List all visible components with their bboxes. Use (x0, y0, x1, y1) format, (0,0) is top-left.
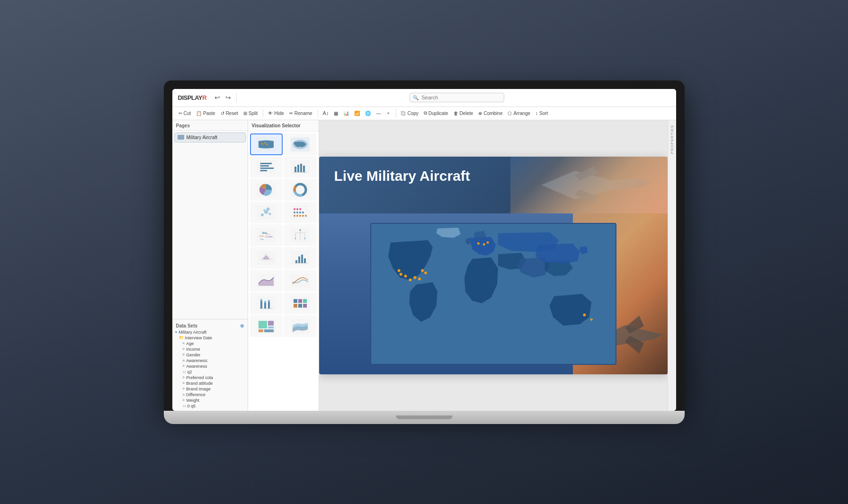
redo-button[interactable]: ↪ (223, 93, 233, 102)
viz-item-heatmap[interactable] (284, 292, 317, 314)
dataset-awareness-label[interactable]: a Awareness: (174, 358, 246, 363)
bar-h-preview (257, 159, 276, 176)
format-icons-group: A↕ ▦ 📊 📶 🌐 (321, 109, 397, 117)
viz-item-stream[interactable] (284, 315, 317, 337)
svg-point-1 (262, 143, 263, 144)
field-icon-income: ≡ (183, 347, 185, 351)
app-logo: DISPLAYR (178, 94, 207, 101)
viz-item-stacked-bar[interactable] (250, 292, 283, 314)
dataset-tree: ● Military Aircraft 📁 Interview Date ≡ A… (174, 329, 246, 409)
svg-rect-74 (264, 301, 266, 303)
viz-item-scatter[interactable] (250, 202, 283, 223)
dataset-weight[interactable]: ≡ Weight (174, 398, 246, 403)
viz-selector-title: Visualization Selector (248, 120, 319, 132)
svg-point-30 (267, 207, 270, 211)
svg-rect-71 (260, 301, 262, 309)
split-button[interactable]: ⊞ Split (241, 110, 260, 117)
sidebar-pages: Pages Military Aircraft Data Sets ⊕ (172, 120, 248, 411)
viz-item-bar2[interactable] (284, 247, 317, 269)
svg-point-26 (261, 213, 264, 216)
duplicate-button[interactable]: ⧉ Duplicate (421, 109, 451, 117)
viz-item-treemap[interactable] (250, 315, 283, 337)
dash-icon-button[interactable]: — (374, 110, 383, 117)
svg-point-40 (296, 215, 298, 217)
viz-item-bar-h[interactable] (250, 156, 283, 178)
svg-point-35 (294, 212, 295, 213)
pages-title: Pages (172, 120, 248, 131)
field-icon-q5: ⚏ (183, 404, 186, 408)
viz-item-radar[interactable] (250, 247, 283, 269)
viz-item-line[interactable] (284, 270, 317, 292)
dataset-gender[interactable]: ≡ Gender (174, 352, 246, 358)
world-map-svg (371, 224, 616, 364)
app-container: DISPLAYR ↩ ↪ 🔍 ✂ Cut (172, 89, 676, 411)
arrange-button[interactable]: ⬡ Arrange (505, 110, 533, 117)
sort-icon: ↕ (536, 111, 538, 116)
duplicate-icon: ⧉ (424, 110, 427, 116)
plus-icon-button[interactable]: ＋ (384, 109, 393, 117)
treemap-preview (257, 318, 276, 335)
search-icon: 🔍 (413, 95, 419, 100)
globe-icon-button[interactable]: 🌐 (363, 110, 373, 117)
chart-icon: 📊 (343, 111, 349, 116)
delete-button[interactable]: 🗑 Delete (451, 110, 476, 117)
combine-button[interactable]: ⊕ Combine (476, 110, 505, 117)
dataset-q2[interactable]: ⚏ q2 (174, 369, 246, 375)
svg-rect-65 (301, 255, 303, 263)
cut-button[interactable]: ✂ Cut (176, 110, 194, 117)
dataset-q5[interactable]: ⚏ 0 q5 (174, 403, 246, 409)
svg-text:Big: Big (262, 231, 267, 234)
viz-item-dendrogram[interactable] (284, 224, 317, 246)
copy-icon: ⿻ (401, 111, 406, 116)
dataset-income[interactable]: ≡ Income (174, 346, 246, 352)
dataset-military-aircraft[interactable]: ● Military Aircraft (174, 329, 246, 335)
field-icon-awareness: ≡ (183, 364, 185, 368)
dataset-brand-attitude[interactable]: ≡ Brand attitude (174, 380, 246, 386)
dataset-preferred-cola[interactable]: ≡ Preferred cola (174, 375, 246, 380)
viz-item-us-map[interactable] (250, 133, 283, 155)
viz-item-bar-v[interactable] (284, 156, 317, 178)
add-dataset-button[interactable]: ⊕ (240, 323, 244, 328)
scatter-preview (257, 204, 276, 221)
dataset-awareness[interactable]: ≡ Awareness (174, 363, 246, 369)
svg-rect-13 (295, 167, 296, 172)
viz-item-area[interactable] (250, 270, 283, 292)
reset-button[interactable]: ↺ Reset (218, 110, 241, 117)
field-icon-age: ≡ (183, 341, 185, 345)
text-size-button[interactable]: A↕ (321, 109, 331, 117)
chart-icon-button[interactable]: 📊 (341, 110, 351, 117)
svg-rect-73 (264, 303, 266, 309)
dash-icon: — (376, 111, 381, 116)
hide-button[interactable]: 👁 Hide (266, 110, 286, 117)
nav-group: ↩ ↪ (212, 93, 237, 102)
dataset-brand-image[interactable]: ≡ Brand Image (174, 386, 246, 392)
line-preview (291, 272, 310, 289)
svg-rect-14 (297, 165, 299, 172)
paste-button[interactable]: 📋 Paste (194, 110, 218, 117)
pie-preview (257, 181, 276, 198)
viz-item-wordcloud[interactable]: Big Alpha Charlie Delta Eco (250, 224, 283, 246)
sort-button[interactable]: ↕ Sort (533, 110, 550, 117)
clipboard-group: ✂ Cut 📋 Paste ↺ Reset ⊞ (176, 110, 264, 117)
svg-point-34 (299, 208, 301, 210)
bar-icon-button[interactable]: 📶 (352, 110, 362, 117)
svg-rect-86 (259, 321, 267, 328)
dataset-interview-date[interactable]: 📁 Interview Date (174, 335, 246, 341)
viz-item-world-map[interactable] (284, 133, 317, 155)
main-area: Pages Military Aircraft Data Sets ⊕ (172, 120, 676, 411)
svg-rect-10 (260, 170, 267, 171)
svg-point-32 (294, 208, 295, 210)
search-input[interactable] (410, 93, 504, 102)
table-icon-button[interactable]: ▦ (331, 110, 340, 117)
dataset-difference[interactable]: a Difference (174, 392, 246, 398)
viz-item-dots[interactable] (284, 202, 317, 223)
undo-button[interactable]: ↩ (212, 93, 223, 102)
viz-item-donut[interactable] (284, 179, 317, 201)
page-item-military-aircraft[interactable]: Military Aircraft (174, 133, 246, 142)
viz-item-pie[interactable] (250, 179, 283, 201)
toolbar: ✂ Cut 📋 Paste ↺ Reset ⊞ (172, 107, 676, 120)
rename-button[interactable]: ✏ Rename (287, 110, 315, 117)
properties-label: PROPERTIES (670, 125, 674, 154)
dataset-age[interactable]: ≡ Age (174, 341, 246, 346)
copy-button[interactable]: ⿻ Copy (399, 110, 420, 117)
